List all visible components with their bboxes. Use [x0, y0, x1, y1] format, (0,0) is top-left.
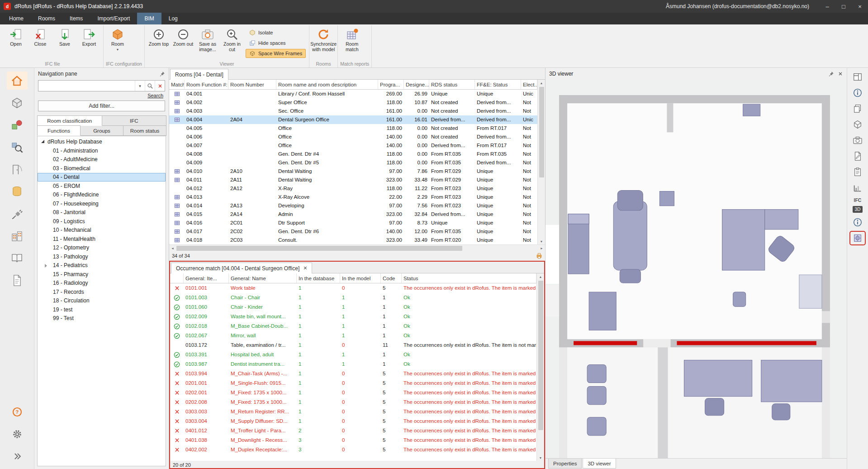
tree-item-13-pathology[interactable]: 13 - Pathology — [38, 252, 166, 261]
table-row[interactable]: 0102.009Waste bin, wall mount...111Ok — [170, 312, 536, 321]
cube-icon[interactable] — [850, 118, 865, 131]
nav-tab-room-classification[interactable]: Room classification — [37, 115, 102, 126]
menu-tab-home[interactable]: Home — [2, 13, 31, 24]
rail-button-door-icon[interactable] — [7, 160, 28, 178]
table-row[interactable]: 0103.994M_Chair-Task (Arms) -...105The o… — [170, 369, 536, 378]
table-row[interactable]: 04.007Office140.000.00Derived from...Fro… — [169, 141, 537, 150]
table-row[interactable]: 0102.067Mirror, wall111Ok — [170, 331, 536, 340]
table-row[interactable]: 0401.012M_Troffer Light - Para...205The … — [170, 426, 536, 436]
ribbon-toggle-hide-spaces[interactable]: Hide spaces — [246, 38, 306, 48]
search-input[interactable] — [38, 81, 135, 91]
measure-icon[interactable] — [850, 182, 865, 194]
column-header-general-name[interactable]: General: Name — [229, 273, 297, 283]
table-row[interactable]: 04.013X-Ray Alcove22.002.29From RT.023Un… — [169, 193, 537, 201]
table-row[interactable]: 04.002Super Office118.0010.87Not created… — [169, 98, 537, 107]
table-row[interactable]: 0303.004M_Supply Diffuser: SD...105The o… — [170, 416, 536, 426]
table-row[interactable]: 0101.003Chair - Chair111Ok — [170, 293, 536, 302]
ribbon-button-save[interactable]: Save — [53, 26, 76, 58]
rail-button-help-icon[interactable]: ? — [7, 403, 28, 421]
column-header-in-the-model[interactable]: In the model — [340, 273, 381, 283]
tree-item-06-flightmedicine[interactable]: 06 - FlightMedicine — [38, 191, 166, 200]
table-row[interactable]: 04.006Office140.000.00Not createdDerived… — [169, 133, 537, 141]
ribbon-toggle-space-wire-frames[interactable]: Space Wire Frames — [246, 49, 306, 58]
tree-item-09-logistics[interactable]: 09 - Logistics — [38, 217, 166, 226]
ribbon-button-synchronize-with-model[interactable]: Synchronize with model — [312, 26, 335, 58]
tree-item-12-optometry[interactable]: 12 - Optometry — [38, 244, 166, 253]
camera-icon[interactable] — [850, 134, 865, 147]
tree-item-99-test[interactable]: 99 - Test — [38, 314, 166, 323]
tree-item-02-adultmedicine[interactable]: 02 - AdultMedicine — [38, 155, 166, 164]
tree-item-15-pharmacy[interactable]: 15 - Pharmacy — [38, 270, 166, 279]
table-row[interactable]: 0103.391Hospital bed, adult111Ok — [170, 350, 536, 359]
column-header-room-number[interactable]: Room Number — [228, 80, 276, 89]
table-row[interactable]: 0401.038M_Downlight - Recess...305The oc… — [170, 436, 536, 445]
viewer-tab-3d-viewer[interactable]: 3D viewer — [583, 459, 616, 469]
tree-item-14-pediatrics[interactable]: 14 - Pediatrics — [38, 261, 166, 270]
table-row[interactable]: 04.0172C02Gen. Dent. Dtr #6140.0012.00Fr… — [169, 227, 537, 236]
expander-icon[interactable] — [45, 264, 47, 268]
menu-tab-bim[interactable]: BIM — [137, 13, 161, 24]
table-row[interactable]: 0402.002M_Duplex Receptacle:...305The oc… — [170, 445, 536, 455]
table-row[interactable]: 04.003Sec. Office161.000.00Not createdDe… — [169, 107, 537, 115]
search-icon[interactable] — [145, 81, 155, 91]
rail-button-settings-icon[interactable] — [7, 425, 28, 443]
bim-model-icon[interactable] — [850, 232, 865, 244]
table-row[interactable]: 0201.001M_Single-Flush: 0915...105The oc… — [170, 378, 536, 388]
tree-item-04-dental[interactable]: 04 - Dental — [38, 173, 166, 182]
tree-item-19-test[interactable]: 19 - test — [38, 305, 166, 314]
pin-icon[interactable] — [828, 71, 834, 77]
tree-item-10-mechanical[interactable]: 10 - Mechanical — [38, 226, 166, 235]
table-row[interactable]: 04.009Gen. Dent. Dtr #5118.000.00From RT… — [169, 158, 537, 167]
table-row[interactable]: 0202.008M_Fixed: 1735 x 1000...105The oc… — [170, 397, 536, 407]
ribbon-toggle-isolate[interactable]: Isolate — [246, 28, 306, 37]
table-row[interactable]: 0102.018M_Base Cabinet-Doub...111Ok — [170, 321, 536, 331]
ribbon-button-room-match[interactable]: Room match — [340, 26, 364, 58]
occurrence-vertical-scrollbar[interactable]: ▲ ▼ — [536, 273, 544, 461]
tree-item-01-administration[interactable]: 01 - Administration — [38, 146, 166, 155]
table-row[interactable]: 0103.987Dentist instrument tra...111Ok — [170, 359, 536, 369]
3d-viewport[interactable] — [545, 80, 847, 458]
table-row[interactable]: 0202.001M_Fixed: 1735 x 1000...105The oc… — [170, 388, 536, 397]
occurrence-match-tab[interactable]: Occurrence match [04.004 - Dental Surgeo… — [171, 263, 312, 273]
rooms-tab[interactable]: Rooms [04 - Dental] — [170, 69, 228, 80]
column-header-match-state[interactable] — [170, 273, 184, 283]
table-row[interactable]: 04.001Library / Conf. Room Hassell269.00… — [169, 90, 537, 98]
table-row[interactable]: 04.0112A11Dental Waiting323.0033.48From … — [169, 176, 537, 184]
table-row[interactable]: 04.0142A13Developing97.007.56From RT.023… — [169, 201, 537, 210]
rail-button-items-icon[interactable] — [7, 116, 28, 134]
info-2-icon[interactable] — [850, 216, 865, 229]
rail-button-item-search-icon[interactable] — [7, 138, 28, 156]
search-dropdown-caret[interactable]: ▾ — [135, 81, 145, 91]
nav-tab-ifc[interactable]: IFC — [102, 115, 167, 126]
rail-button-cable-icon[interactable] — [7, 205, 28, 223]
menu-tab-items[interactable]: Items — [62, 13, 90, 24]
rooms-horizontal-scrollbar[interactable]: ◄ ► — [169, 244, 545, 251]
clipboard-icon[interactable] — [850, 166, 865, 178]
table-row[interactable]: 0101.060Chair - Kinder111Ok — [170, 302, 536, 312]
table-row[interactable]: 04.005Office118.000.00Not createdFrom RT… — [169, 124, 537, 133]
pin-icon[interactable] — [159, 71, 165, 77]
copies-icon[interactable] — [850, 102, 865, 115]
rail-button-database-icon[interactable] — [7, 182, 28, 201]
table-row[interactable]: 04.008Gen. Dent. Dtr #4118.000.00From RT… — [169, 150, 537, 158]
ribbon-button-open[interactable]: Open — [4, 26, 28, 58]
table-row[interactable]: 04.0122A12X-Ray118.0011.22From RT.023Uni… — [169, 184, 537, 193]
rail-button-home-icon[interactable] — [7, 72, 28, 90]
search-link[interactable]: Search — [40, 93, 163, 98]
maximize-button[interactable]: □ — [835, 0, 852, 13]
search-clear-icon[interactable] — [155, 81, 165, 91]
column-header-ff-e-status[interactable]: FF&E: Status — [475, 80, 521, 89]
expander-icon[interactable] — [41, 140, 44, 143]
ribbon-button-room[interactable]: Room▾ — [106, 26, 129, 58]
rooms-vertical-scrollbar[interactable]: ▲ ▼ — [537, 80, 545, 244]
column-header-rds-status[interactable]: RDS status — [429, 80, 475, 89]
tree-item-03-biomedical[interactable]: 03 - Biomedical — [38, 164, 166, 173]
table-row[interactable]: 0303.003M_Return Register: RR...105The o… — [170, 407, 536, 416]
table-row[interactable]: 04.0102A10Dental Waiting97.007.86From RT… — [169, 167, 537, 176]
tree-root-item[interactable]: dRofus Help Database — [38, 137, 166, 146]
tree-item-17-records[interactable]: 17 - Records — [38, 287, 166, 297]
table-row[interactable]: 04.0162C01Dtr Support97.008.73UniqueUniq… — [169, 219, 537, 227]
close-tab-icon[interactable]: ✕ — [303, 265, 307, 271]
column-header-room-name-and-room-description[interactable]: Room name and room description — [276, 80, 378, 89]
table-row[interactable]: 04.0042A04Dental Surgeon Office161.0016.… — [169, 115, 537, 124]
